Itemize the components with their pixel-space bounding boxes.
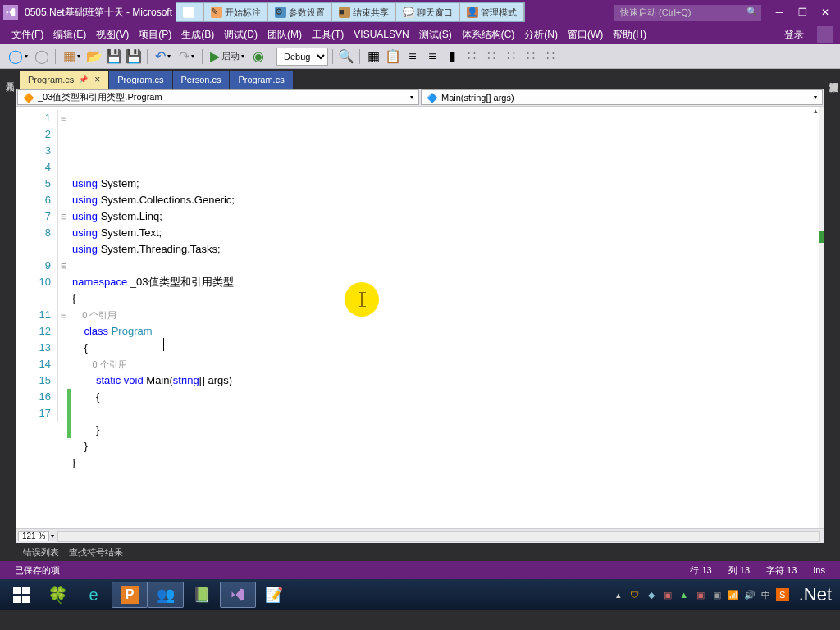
tab-person[interactable]: Person.cs [173, 71, 230, 89]
nav-fwd-button[interactable]: ◯ [33, 48, 51, 66]
code-text[interactable]: using System;using System.Collections.Ge… [69, 107, 824, 528]
close-icon[interactable]: × [94, 74, 100, 85]
tray-icon[interactable]: ▲ [678, 588, 691, 601]
split-icon[interactable]: ▴ [814, 107, 824, 116]
tab-program-active[interactable]: Program.cs📌× [20, 71, 108, 89]
tb-icon[interactable]: ∷ [463, 48, 481, 66]
system-tray: ▴ 🛡 ◆ ▣ ▲ ▣ ▣ 📶 🔊 中 S .Net [612, 584, 837, 605]
find-button[interactable]: 🔍 [337, 48, 355, 66]
window-title: 0505.Net基础班第十天 - Microsoft [25, 6, 172, 20]
config-select[interactable]: Debug [276, 48, 328, 66]
menu-analyze[interactable]: 分析(N) [519, 26, 563, 43]
tb-icon[interactable]: ≡ [423, 48, 441, 66]
share-manage[interactable]: 👤管理模式 [460, 3, 524, 21]
tray-ime-icon[interactable]: 中 [760, 588, 773, 601]
tb-icon[interactable]: ∷ [482, 48, 500, 66]
share-toolbar: ✎开始标注 ⚙参数设置 ■结束共享 💬聊天窗口 👤管理模式 [176, 2, 525, 22]
find-symbols-tab[interactable]: 查找符号结果 [69, 546, 123, 559]
task-ie-icon[interactable]: e [75, 582, 112, 608]
class-combo[interactable]: 🔶_03值类型和引用类型.Program▾ [17, 89, 419, 105]
tray-icon[interactable]: ▣ [661, 588, 674, 601]
tray-sogou-icon[interactable]: S [776, 588, 789, 601]
code-editor[interactable]: 1234567891011121314151617 ⊟⊟⊟⊟ using Sys… [16, 107, 824, 528]
login-link[interactable]: 登录 [776, 26, 812, 43]
tray-icon[interactable]: ▣ [694, 588, 707, 601]
share-chat[interactable]: 💬聊天窗口 [396, 3, 460, 21]
task-notepad-icon[interactable]: 📝 [256, 582, 292, 608]
start-debug-button[interactable]: ▶启动▾ [207, 48, 248, 66]
undo-button[interactable]: ↶▾ [152, 48, 174, 66]
tb-icon[interactable]: ∷ [522, 48, 540, 66]
share-params[interactable]: ⚙参数设置 [268, 3, 332, 21]
restore-button[interactable]: ❐ [791, 3, 814, 21]
save-all-button[interactable]: 💾 [125, 48, 143, 66]
new-project-button[interactable]: ▦▾ [60, 48, 84, 66]
tb-icon[interactable]: 📋 [384, 48, 402, 66]
editor-zone: Program.cs📌× Program.cs Person.cs Progra… [16, 69, 824, 561]
minimize-button[interactable]: ─ [768, 3, 791, 21]
toolbox-panel-tab[interactable]: 工具箱 [0, 69, 16, 561]
share-annotate[interactable]: ✎开始标注 [204, 3, 268, 21]
task-app-users[interactable]: 👥 [148, 582, 184, 608]
menu-window[interactable]: 窗口(W) [563, 26, 608, 43]
tab-program-2[interactable]: Program.cs [109, 71, 171, 89]
change-marker [819, 231, 824, 243]
redo-button[interactable]: ↷▾ [176, 48, 198, 66]
share-item-cursor[interactable] [176, 3, 204, 21]
svg-rect-1 [22, 587, 30, 594]
task-app-p[interactable]: P [112, 582, 148, 608]
tb-icon[interactable]: ▦ [364, 48, 382, 66]
quick-launch-input[interactable]: 快速启动 (Ctrl+Q) 🔍 [614, 5, 761, 21]
status-bar: 已保存的项 行 13 列 13 字符 13 Ins [0, 561, 840, 579]
svg-rect-3 [22, 596, 30, 603]
horizontal-scrollbar[interactable] [57, 531, 820, 542]
task-clover-icon[interactable]: 🍀 [39, 582, 75, 608]
menu-help[interactable]: 帮助(H) [608, 26, 651, 43]
menu-build[interactable]: 生成(B) [176, 26, 219, 43]
menu-tools[interactable]: 工具(T) [307, 26, 349, 43]
tab-program-3[interactable]: Program.cs [230, 71, 292, 89]
method-combo[interactable]: 🔷Main(string[] args)▾ [421, 89, 823, 105]
tb-icon[interactable]: ∷ [502, 48, 520, 66]
status-line: 行 13 [682, 564, 719, 577]
tb-icon[interactable]: ∷ [541, 48, 559, 66]
tray-network-icon[interactable]: 📶 [727, 588, 740, 601]
tray-shield-icon[interactable]: 🛡 [628, 588, 641, 601]
pin-icon[interactable]: 📌 [79, 75, 88, 84]
tray-volume-icon[interactable]: 🔊 [743, 588, 756, 601]
toolbar-separator [272, 49, 272, 64]
browser-button[interactable]: ◉ [249, 48, 267, 66]
menu-debug[interactable]: 调试(D) [219, 26, 262, 43]
menu-file[interactable]: 文件(F) [7, 26, 48, 43]
share-end[interactable]: ■结束共享 [332, 3, 396, 21]
open-button[interactable]: 📂 [85, 48, 103, 66]
zoom-level[interactable]: 121 % [18, 531, 49, 541]
overview-ruler[interactable]: ▴ [819, 107, 824, 528]
tb-icon[interactable]: ▮ [443, 48, 461, 66]
tb-icon[interactable]: ≡ [404, 48, 422, 66]
output-tabs: 错误列表 查找符号结果 [16, 543, 824, 561]
save-button[interactable]: 💾 [105, 48, 123, 66]
user-avatar-icon[interactable] [817, 26, 833, 43]
menu-view[interactable]: 视图(V) [91, 26, 134, 43]
error-list-tab[interactable]: 错误列表 [23, 546, 59, 559]
menu-test[interactable]: 测试(S) [414, 26, 457, 43]
cursor-highlight-icon [345, 282, 379, 317]
fold-column[interactable]: ⊟⊟⊟⊟ [57, 107, 69, 528]
menu-visualsvn[interactable]: VISUALSVN [349, 27, 413, 42]
tray-icon[interactable]: ◆ [645, 588, 658, 601]
menu-project[interactable]: 项目(P) [134, 26, 176, 43]
close-button[interactable]: ✕ [814, 3, 837, 21]
solution-explorer-tab[interactable]: 解决方案资源管理器 [824, 69, 840, 561]
task-app-book[interactable]: 📗 [184, 582, 220, 608]
menu-edit[interactable]: 编辑(E) [48, 26, 91, 43]
menu-architecture[interactable]: 体系结构(C) [457, 26, 520, 43]
dotnet-label: .Net [799, 584, 832, 605]
menu-team[interactable]: 团队(M) [262, 26, 307, 43]
tray-icon[interactable]: ▣ [710, 588, 724, 601]
start-button[interactable] [3, 582, 39, 608]
menu-bar: 文件(F) 编辑(E) 视图(V) 项目(P) 生成(B) 调试(D) 团队(M… [0, 25, 840, 44]
task-vs-icon[interactable] [220, 582, 256, 608]
tray-up-icon[interactable]: ▴ [612, 588, 625, 601]
nav-back-button[interactable]: ◯▾ [5, 48, 31, 66]
